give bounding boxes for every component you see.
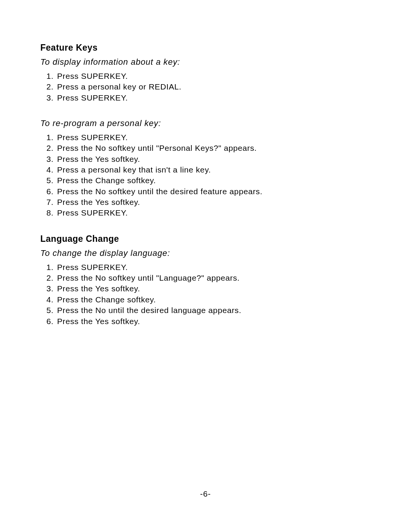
step-text: Press SUPERKEY. [57,263,128,272]
step-text: Press a personal key that isn't a line k… [57,165,211,174]
list-item: 2.Press a personal key or REDIAL. [46,81,371,92]
list-item: 1.Press SUPERKEY. [46,262,371,273]
step-text: Press SUPERKEY. [57,72,128,80]
step-text: Press a personal key or REDIAL. [57,82,182,91]
step-text: Press SUPERKEY. [57,93,128,102]
list-item: 5.Press the No until the desired languag… [46,305,371,316]
page-content: Feature Keys To display information abou… [0,0,411,327]
step-text: Press the Yes softkey. [57,317,140,326]
list-item: 4.Press a personal key that isn't a line… [46,165,371,175]
list-item: 3.Press the Yes softkey. [46,283,371,294]
subsection-heading: To re-program a personal key: [40,118,371,128]
step-text: Press the No softkey until "Personal Key… [57,144,257,152]
section-heading: Language Change [40,234,371,244]
step-text: Press the Change softkey. [57,295,156,304]
list-item: 5.Press the Change softkey. [46,175,371,186]
steps-list: 1.Press SUPERKEY. 2.Press a personal key… [40,71,371,103]
list-item: 1.Press SUPERKEY. [46,132,371,143]
list-item: 6.Press the No softkey until the desired… [46,186,371,197]
steps-list: 1.Press SUPERKEY. 2.Press the No softkey… [40,262,371,327]
list-item: 4.Press the Change softkey. [46,294,371,305]
step-text: Press the Yes softkey. [57,198,140,206]
step-text: Press the No softkey until "Language?" a… [57,273,240,282]
list-item: 3.Press the Yes softkey. [46,154,371,165]
step-text: Press SUPERKEY. [57,133,128,142]
list-item: 3.Press SUPERKEY. [46,93,371,103]
subsection-heading: To change the display language: [40,248,371,258]
step-text: Press the No until the desired language … [57,306,241,315]
list-item: 8.Press SUPERKEY. [46,208,371,218]
subsection-heading: To display information about a key: [40,57,371,67]
list-item: 1.Press SUPERKEY. [46,71,371,81]
list-item: 2.Press the No softkey until "Language?"… [46,273,371,283]
list-item: 6.Press the Yes softkey. [46,316,371,327]
page-number: -6- [0,489,411,498]
step-text: Press the Yes softkey. [57,284,140,293]
steps-list: 1.Press SUPERKEY. 2.Press the No softkey… [40,132,371,219]
step-text: Press the No softkey until the desired f… [57,187,263,196]
section-heading: Feature Keys [40,43,371,53]
step-text: Press SUPERKEY. [57,208,128,217]
list-item: 7.Press the Yes softkey. [46,197,371,208]
step-text: Press the Yes softkey. [57,155,140,163]
step-text: Press the Change softkey. [57,176,156,185]
list-item: 2.Press the No softkey until "Personal K… [46,143,371,153]
